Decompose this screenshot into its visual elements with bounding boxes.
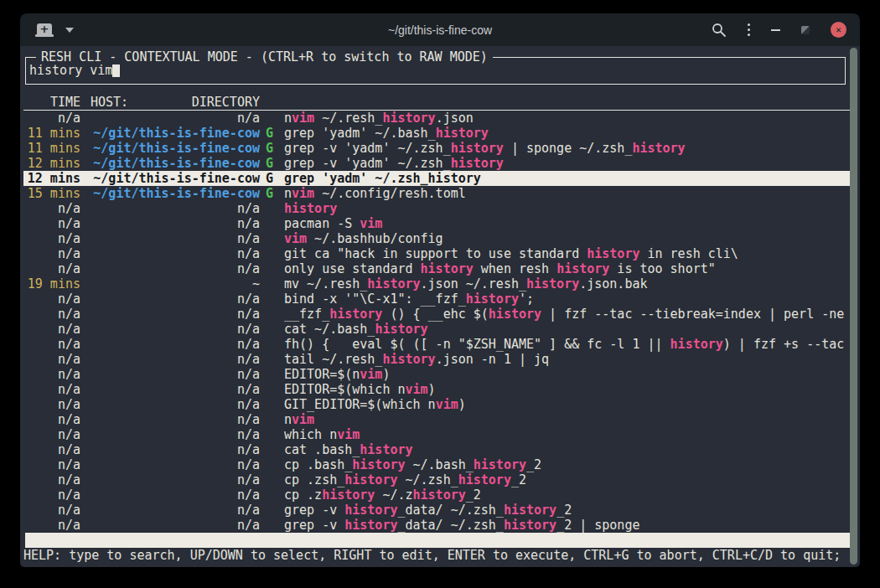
row-command: grep -v 'yadm' ~/.zsh_history | sponge ~…	[284, 141, 852, 156]
row-directory: n/a	[80, 307, 260, 322]
titlebar-right-group: ✕	[712, 13, 846, 46]
scrollbar[interactable]	[850, 48, 857, 565]
row-command: nvim	[284, 412, 852, 427]
row-directory: n/a	[80, 337, 260, 352]
row-time: n/a	[23, 382, 80, 397]
history-row[interactable]: n/a n/a cp .zsh_history ~/.zsh_history_2	[23, 472, 852, 487]
row-directory: n/a	[80, 246, 260, 261]
row-directory: n/a	[80, 322, 260, 337]
command-match-text: history	[504, 503, 556, 518]
row-time: n/a	[23, 307, 80, 322]
command-match-text: history	[344, 472, 397, 487]
command-text: n	[284, 186, 292, 201]
header-directory: DIRECTORY	[192, 95, 260, 110]
row-flag	[260, 518, 284, 533]
command-text: )	[428, 382, 436, 397]
row-command: history	[284, 201, 852, 216]
row-command: GIT_EDITOR=$(which nvim)	[284, 397, 852, 412]
history-row[interactable]: 11 mins ~/git/this-is-fine-cow G grep -v…	[23, 141, 852, 156]
row-directory: n/a	[80, 231, 260, 246]
row-flag	[260, 201, 284, 216]
command-match-text: history	[382, 352, 435, 367]
command-match-text: history	[526, 276, 579, 291]
row-time: n/a	[23, 291, 80, 307]
history-row[interactable]: n/a n/a grep -v history_data/ ~/.zsh_his…	[23, 518, 852, 533]
command-match-text: history	[504, 518, 556, 533]
row-command: grep 'yadm' ~/.zsh_history	[284, 171, 852, 186]
history-row[interactable]: n/a n/a git ca "hack in support to use s…	[23, 246, 852, 261]
search-icon[interactable]	[712, 23, 727, 38]
command-match-text: vim	[406, 382, 428, 397]
command-text: ~/.z	[375, 487, 412, 503]
menu-icon[interactable]	[748, 23, 750, 36]
history-row[interactable]: 12 mins ~/git/this-is-fine-cow G grep -v…	[23, 156, 852, 171]
history-row[interactable]: n/a n/a cat .bash_history	[23, 442, 852, 457]
minimize-button[interactable]	[771, 29, 780, 31]
command-text: .json	[436, 111, 474, 126]
row-flag: G	[260, 171, 284, 186]
command-match-text: history	[451, 141, 504, 156]
history-row[interactable]: n/a n/a bind -x '"\C-x1": __fzf_history'…	[23, 291, 852, 307]
row-time: n/a	[23, 246, 80, 261]
row-time: 12 mins	[23, 171, 80, 186]
history-row[interactable]: n/a n/a nvim	[23, 412, 852, 427]
history-row[interactable]: n/a n/a __fzf_history () { __ehc $(histo…	[23, 307, 852, 322]
command-match-text: vim	[284, 231, 307, 246]
row-flag: G	[260, 126, 284, 141]
history-row[interactable]: n/a n/a which nvim	[23, 427, 852, 442]
row-flag	[260, 427, 284, 442]
command-match-text: history	[436, 126, 489, 141]
history-row[interactable]: n/a n/a cp .zhistory ~/.zhistory_2	[23, 487, 852, 503]
history-row[interactable]: 19 mins ~ mv ~/.resh_history.json ~/.res…	[23, 276, 852, 291]
command-text: _2	[466, 487, 481, 503]
history-row[interactable]: n/a n/a vim ~/.bashhub/config	[23, 231, 852, 246]
command-text: _data/ ~/.zsh_	[397, 503, 503, 518]
command-text: )	[382, 367, 390, 382]
history-row[interactable]: n/a n/a cp .bash_history ~/.bash_history…	[23, 457, 852, 472]
history-row[interactable]: n/a n/a only use standard history when r…	[23, 261, 852, 276]
close-button[interactable]: ✕	[831, 22, 846, 38]
history-row[interactable]: 11 mins ~/git/this-is-fine-cow G grep 'y…	[23, 126, 852, 141]
command-text: ~/.resh_	[314, 111, 382, 126]
history-row[interactable]: n/a n/a grep -v history_data/ ~/.zsh_his…	[23, 503, 852, 518]
history-row[interactable]: n/a n/a GIT_EDITOR=$(which nvim)	[23, 397, 852, 412]
history-row[interactable]: 15 mins ~/git/this-is-fine-cow G nvim ~/…	[23, 186, 852, 201]
tab-dropdown-caret-icon[interactable]	[65, 28, 74, 33]
history-row[interactable]: n/a n/a EDITOR=$(which nvim)	[23, 382, 852, 397]
row-flag	[260, 352, 284, 367]
command-text: GIT_EDITOR=$(which n	[284, 397, 436, 412]
row-flag	[260, 503, 284, 518]
new-tab-button[interactable]: +	[37, 23, 52, 36]
command-match-text: history	[474, 457, 526, 472]
command-text: cp .z	[284, 487, 322, 503]
restore-icon[interactable]	[801, 26, 810, 34]
close-icon: ✕	[836, 24, 841, 35]
command-match-text: history	[556, 261, 609, 276]
history-row[interactable]: n/a n/a tail ~/.resh_history.json -n 1 |…	[23, 352, 852, 367]
titlebar: + ~/git/this-is-fine-cow ✕	[20, 13, 860, 46]
history-row[interactable]: n/a n/a pacman -S vim	[23, 216, 852, 231]
history-row[interactable]: 12 mins ~/git/this-is-fine-cow G grep 'y…	[23, 171, 852, 186]
history-row[interactable]: n/a n/a nvim ~/.resh_history.json	[23, 111, 852, 126]
command-text: ) | fzf +s --tac	[723, 337, 845, 352]
row-time: n/a	[23, 442, 80, 457]
row-flag	[260, 457, 284, 472]
row-flag	[260, 367, 284, 382]
row-command: grep -v history_data/ ~/.zsh_history_2 |…	[284, 518, 852, 533]
command-text: .json.bak	[579, 276, 647, 291]
history-row[interactable]: n/a n/a cat ~/.bash_history	[23, 322, 852, 337]
row-flag	[260, 397, 284, 412]
row-directory: n/a	[80, 442, 260, 457]
history-row[interactable]: n/a n/a fh() { eval $( ([ -n "$ZSH_NAME"…	[23, 337, 852, 352]
row-time: n/a	[23, 322, 80, 337]
history-row[interactable]: n/a n/a history	[23, 201, 852, 216]
row-directory: ~/git/this-is-fine-cow	[80, 141, 260, 156]
row-time: 11 mins	[23, 141, 80, 156]
command-match-text: history	[458, 472, 511, 487]
terminal-content: RESH CLI - CONTEXTUAL MODE - (CTRL+R to …	[20, 46, 860, 567]
history-row[interactable]: n/a n/a EDITOR=$(nvim)	[23, 367, 852, 382]
command-text: grep -v 'yadm' ~/.zsh_	[284, 156, 451, 171]
command-text: _data/ ~/.zsh_	[397, 518, 503, 533]
history-table: TIME HOST: DIRECTORY FLAGS COMMAND-LINE …	[20, 95, 860, 533]
command-text: () { __ehc $(	[382, 307, 488, 322]
